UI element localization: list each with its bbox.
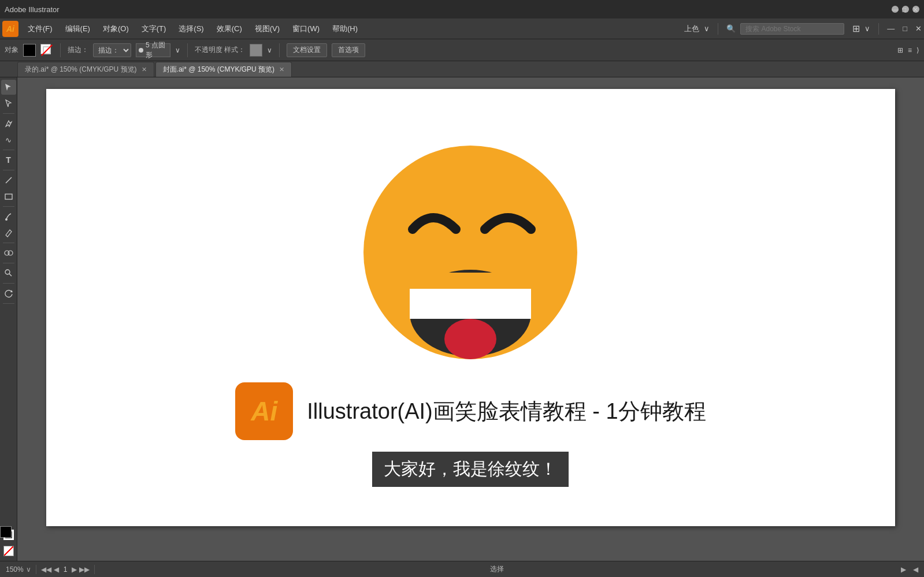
chevron-down-icon[interactable]: ∨ (704, 24, 710, 33)
window-controls[interactable]: — □ ✕ (892, 6, 919, 13)
stroke-value: 5 点圆形 (146, 40, 168, 60)
color-section: 上色 ∨ 🔍 ⊞ ∨ — □ ✕ (684, 23, 922, 35)
artboard: Ai Illustrator(AI)画笑脸表情教程 - 1分钟教程 大家好，我是… (46, 89, 895, 526)
main-area: ∿ T (0, 77, 924, 561)
menu-effect[interactable]: 效果(C) (211, 21, 248, 36)
preferences-btn[interactable]: 首选项 (332, 43, 365, 57)
curvature-tool[interactable]: ∿ (1, 132, 16, 147)
subtitle-bar: 大家好，我是徐纹纹！ (372, 452, 569, 487)
menu-select[interactable]: 选择(S) (173, 21, 209, 36)
doc-settings-btn[interactable]: 文档设置 (287, 43, 327, 57)
chevron-down-icon2[interactable]: ∨ (864, 24, 870, 33)
tool-separator-6 (3, 263, 14, 263)
color-pair[interactable] (0, 526, 17, 544)
svg-point-4 (8, 251, 13, 255)
canvas-area[interactable]: Ai Illustrator(AI)画笑脸表情教程 - 1分钟教程 大家好，我是… (17, 77, 924, 561)
separator (60, 43, 61, 57)
stroke-label: 描边： (68, 45, 88, 55)
opacity-label: 不透明度 样式： (195, 45, 245, 55)
adobe-stock-search[interactable] (740, 23, 844, 35)
svg-point-5 (5, 270, 10, 274)
minimize-btn[interactable]: — (892, 6, 899, 13)
color-label: 上色 (684, 24, 699, 34)
menu-type[interactable]: 文字(T) (136, 21, 172, 36)
search-icon: 🔍 (726, 24, 736, 33)
tab-cover[interactable]: 封面.ai* @ 150% (CMYK/GPU 预览) ✕ (155, 62, 292, 77)
fill-swatch[interactable] (23, 44, 36, 57)
chevron-down-icon3[interactable]: ∨ (175, 46, 180, 54)
menu-file[interactable]: 文件(F) (22, 21, 58, 36)
rotate-tool[interactable] (1, 286, 16, 301)
maximize-btn[interactable]: □ (902, 6, 909, 13)
menu-bar: Ai 文件(F) 编辑(E) 对象(O) 文字(T) 选择(S) 效果(C) 视… (0, 18, 924, 39)
tool-separator-8 (3, 303, 14, 304)
separator3 (279, 43, 280, 57)
zoom-control[interactable]: 150% ∨ (6, 565, 31, 574)
tool-separator-3 (3, 170, 14, 170)
tool-separator-4 (3, 206, 14, 207)
svg-point-12 (444, 319, 496, 359)
last-page-btn[interactable]: ▶▶ (79, 565, 90, 574)
app-name: Adobe Illustrator (5, 5, 60, 14)
subtitle-text: 大家好，我是徐纹纹！ (384, 459, 557, 478)
toolbar: ∿ T (0, 77, 17, 561)
options-bar: 对象 描边： 描边： 5 点圆形 ∨ 不透明度 样式： ∨ 文档设置 首选项 ⊞… (0, 39, 924, 61)
layout-icon[interactable]: ⊞ (852, 23, 860, 34)
transform-icon[interactable]: ⟩ (916, 46, 919, 54)
tab-cover-close[interactable]: ✕ (279, 66, 284, 73)
stroke-select[interactable]: 描边： (93, 43, 131, 57)
tab-recording[interactable]: 录的.ai* @ 150% (CMYK/GPU 预览) ✕ (17, 62, 154, 77)
arrange-icon[interactable]: ⊞ (897, 46, 903, 54)
line-tool[interactable] (1, 173, 16, 188)
svg-line-0 (6, 177, 12, 183)
tool-separator-7 (3, 283, 14, 284)
zoom-chevron[interactable]: ∨ (26, 565, 31, 574)
close-btn[interactable]: ✕ (912, 6, 919, 13)
chevron-down-icon4[interactable]: ∨ (267, 46, 272, 54)
svg-rect-1 (5, 194, 12, 199)
align-icon[interactable]: ≡ (908, 46, 912, 54)
maximize-icon[interactable]: □ (903, 24, 907, 33)
menu-view[interactable]: 视图(V) (249, 21, 285, 36)
rectangle-tool[interactable] (1, 189, 16, 204)
tab-recording-close[interactable]: ✕ (142, 66, 147, 73)
tab-recording-label: 录的.ai* @ 150% (CMYK/GPU 预览) (25, 65, 137, 75)
zoom-value: 150% (6, 565, 24, 574)
menu-window[interactable]: 窗口(W) (287, 21, 325, 36)
status-sep2 (94, 565, 95, 574)
minimize-icon[interactable]: — (887, 24, 895, 33)
menu-help[interactable]: 帮助(H) (326, 21, 363, 36)
status-bar: 150% ∨ ◀◀ ◀ 1 ▶ ▶▶ 选择 ▶ ◀ (0, 561, 924, 577)
tool-separator-5 (3, 243, 14, 243)
title-row: Ai Illustrator(AI)画笑脸表情教程 - 1分钟教程 (218, 377, 723, 446)
next-page-btn[interactable]: ▶ (72, 565, 77, 574)
target-label: 对象 (5, 45, 18, 55)
style-swatch[interactable] (250, 44, 262, 57)
paintbrush-tool[interactable] (1, 209, 16, 224)
shape-builder-tool[interactable] (1, 245, 16, 260)
type-tool[interactable]: T (1, 152, 16, 167)
pen-tool[interactable] (1, 116, 16, 131)
collapse-btn[interactable]: ◀ (913, 565, 918, 574)
menu-object[interactable]: 对象(O) (97, 21, 135, 36)
tool-color-area (0, 526, 17, 556)
svg-rect-11 (410, 289, 531, 319)
fill-color[interactable] (0, 526, 12, 538)
zoom-tool[interactable] (1, 266, 16, 281)
page-nav[interactable]: ◀◀ ◀ 1 ▶ ▶▶ (41, 565, 90, 574)
menu-edit[interactable]: 编辑(E) (60, 21, 96, 36)
page-number: 1 (61, 565, 70, 574)
selection-tool[interactable] (1, 80, 16, 95)
direct-selection-tool[interactable] (1, 96, 16, 111)
close-icon[interactable]: ✕ (915, 24, 922, 33)
prev-page-btn[interactable]: ◀ (54, 565, 59, 574)
first-page-btn[interactable]: ◀◀ (41, 565, 51, 574)
pencil-tool[interactable] (1, 225, 16, 240)
status-text: 选择 (490, 565, 504, 573)
none-color[interactable] (3, 546, 14, 556)
play-btn[interactable]: ▶ (901, 565, 906, 574)
ai-app-logo: Ai (2, 21, 18, 37)
course-title: Illustrator(AI)画笑脸表情教程 - 1分钟教程 (307, 397, 706, 426)
separator2 (187, 43, 188, 57)
ai-logo-large: Ai (235, 382, 293, 440)
